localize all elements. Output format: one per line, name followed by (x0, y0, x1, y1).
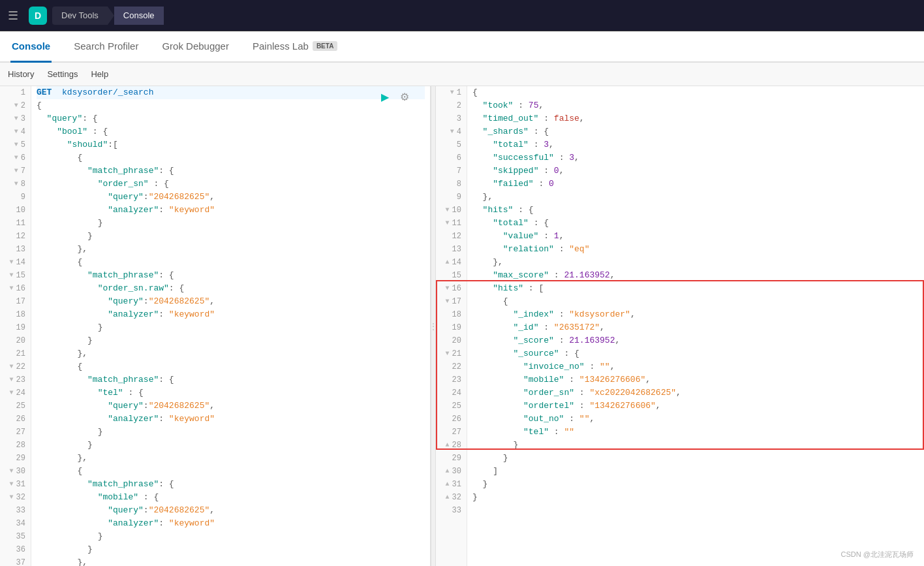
code-line-34: "analyzer": "keyword" (37, 517, 425, 530)
out-line-3: "timed_out" : false, (472, 112, 919, 125)
code-line-31: "match_phrase": { (37, 478, 425, 491)
out-line-7: "skipped" : 0, (472, 165, 919, 178)
out-ln-31: ▲31 (436, 478, 467, 491)
out-line-20: "_score" : 21.163952, (472, 334, 919, 347)
settings-button[interactable]: Settings (47, 69, 78, 79)
out-ln-32: ▲32 (436, 491, 467, 504)
code-line-37: }, (37, 556, 425, 566)
out-line-26: "out_no" : "", (472, 413, 919, 426)
out-line-31: } (472, 478, 919, 491)
out-line-33 (472, 504, 919, 517)
out-ln-24: 24 (436, 386, 467, 400)
out-line-2: "took" : 75, (472, 99, 919, 112)
out-ln-11: ▼11 (436, 217, 467, 230)
hamburger-icon[interactable]: ☰ (8, 8, 18, 23)
out-line-17: { (472, 295, 919, 308)
out-ln-26: 26 (436, 413, 467, 426)
out-line-10: "hits" : { (472, 204, 919, 217)
nav-tabs: Console Search Profiler Grok Debugger Pa… (0, 31, 924, 63)
output-content[interactable]: ▼1 2 3 ▼4 5 6 7 8 9 ▼10 ▼11 12 13 ▲14 15… (436, 86, 924, 566)
out-ln-3: 3 (436, 112, 467, 125)
help-button[interactable]: Help (91, 69, 108, 79)
code-line-9: "query":"2042682625", (37, 191, 425, 204)
editor-pane: ▶ ⚙ 1 ▼2 ▼3 ▼4 ▼5 ▼6 ▼7 ▼8 9 10 11 12 13… (0, 86, 431, 566)
tab-grok-debugger[interactable]: Grok Debugger (161, 31, 230, 63)
line-num-8: ▼8 (0, 178, 31, 191)
code-line-11: } (37, 217, 425, 230)
line-num-5: ▼5 (0, 138, 31, 151)
out-line-13: "relation" : "eq" (472, 243, 919, 256)
code-line-32: "mobile" : { (37, 491, 425, 504)
line-num-18: 18 (0, 308, 31, 321)
out-ln-23: 23 (436, 373, 467, 386)
main-content: ▶ ⚙ 1 ▼2 ▼3 ▼4 ▼5 ▼6 ▼7 ▼8 9 10 11 12 13… (0, 86, 924, 566)
breadcrumb-devtools[interactable]: Dev Tools (52, 7, 108, 25)
out-line-25: "ordertel" : "13426276606", (472, 400, 919, 413)
history-button[interactable]: History (8, 69, 34, 79)
code-line-19: } (37, 321, 425, 334)
line-num-16: ▼16 (0, 282, 31, 295)
line-num-12: 12 (0, 230, 31, 243)
out-ln-4: ▼4 (436, 125, 467, 138)
code-line-26: "analyzer": "keyword" (37, 413, 425, 426)
line-num-29: 29 (0, 452, 31, 465)
out-line-24: "order_sn" : "xc2022042682625", (472, 386, 919, 400)
out-ln-27: 27 (436, 426, 467, 439)
out-ln-22: 22 (436, 360, 467, 373)
code-line-17: "query":"2042682625", (37, 295, 425, 308)
line-num-6: ▼6 (0, 151, 31, 165)
line-num-24: ▼24 (0, 386, 31, 400)
tab-search-profiler[interactable]: Search Profiler (72, 31, 140, 63)
out-line-1: { (472, 86, 919, 99)
code-line-14: { (37, 256, 425, 269)
code-line-4: "bool" : { (37, 125, 425, 138)
out-ln-21: ▼21 (436, 347, 467, 360)
out-line-5: "total" : 3, (472, 138, 919, 151)
tab-painless-lab[interactable]: Painless Lab BETA (251, 31, 339, 63)
run-button[interactable]: ▶ (378, 89, 392, 104)
out-ln-14: ▲14 (436, 256, 467, 269)
output-code-content: { "took" : 75, "timed_out" : false, "_sh… (467, 86, 924, 566)
line-num-15: ▼15 (0, 269, 31, 282)
code-line-1: GET kdsysorder/_search (37, 86, 425, 99)
out-line-6: "successful" : 3, (472, 151, 919, 165)
out-line-4: "_shards" : { (472, 125, 919, 138)
out-line-11: "total" : { (472, 217, 919, 230)
out-ln-33: 33 (436, 504, 467, 517)
line-num-21: 21 (0, 347, 31, 360)
code-line-10: "analyzer": "keyword" (37, 204, 425, 217)
settings-icon-button[interactable]: ⚙ (397, 89, 412, 104)
code-line-29: }, (37, 452, 425, 465)
line-num-13: 13 (0, 243, 31, 256)
line-num-22: ▼22 (0, 360, 31, 373)
out-line-27: "tel" : "" (472, 426, 919, 439)
breadcrumb-console[interactable]: Console (114, 7, 164, 25)
line-num-3: ▼3 (0, 112, 31, 125)
out-ln-10: ▼10 (436, 204, 467, 217)
line-num-33: 33 (0, 504, 31, 517)
tab-console[interactable]: Console (10, 31, 52, 63)
line-num-34: 34 (0, 517, 31, 530)
breadcrumb-nav: Dev Tools Console (52, 7, 164, 25)
out-line-16: "hits" : [ (472, 282, 919, 295)
code-line-30: { (37, 465, 425, 478)
code-line-33: "query":"2042682625", (37, 504, 425, 517)
pane-divider[interactable]: ⋮ (431, 86, 436, 566)
code-line-23: "match_phrase": { (37, 373, 425, 386)
code-line-2: { (37, 99, 425, 112)
code-area[interactable]: 1 ▼2 ▼3 ▼4 ▼5 ▼6 ▼7 ▼8 9 10 11 12 13 ▼14… (0, 86, 430, 566)
line-num-10: 10 (0, 204, 31, 217)
line-num-4: ▼4 (0, 125, 31, 138)
code-line-36: } (37, 543, 425, 556)
out-line-9: }, (472, 191, 919, 204)
line-num-23: ▼23 (0, 373, 31, 386)
out-line-29: } (472, 452, 919, 465)
top-bar: ☰ D Dev Tools Console (0, 0, 924, 31)
line-num-11: 11 (0, 217, 31, 230)
out-line-23: "mobile" : "13426276606", (472, 373, 919, 386)
out-ln-30: ▲30 (436, 465, 467, 478)
out-ln-17: ▼17 (436, 295, 467, 308)
line-num-26: 26 (0, 413, 31, 426)
watermark: CSDN @北洼泥瓦场师 (841, 550, 914, 559)
out-ln-5: 5 (436, 138, 467, 151)
